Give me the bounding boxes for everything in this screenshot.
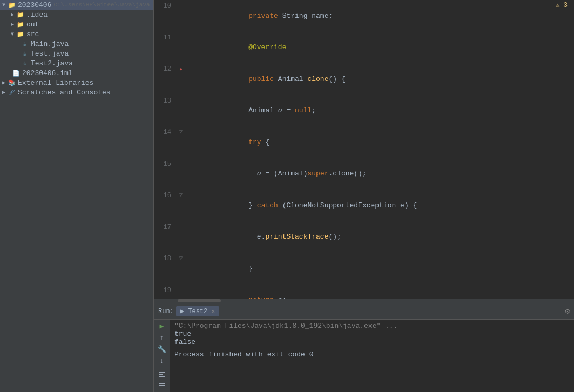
run-tab-test2[interactable]: ▶ Test2 ✕	[176, 306, 219, 316]
gutter-14: ▽	[175, 126, 186, 158]
sidebar-label-iml: 20230406.iml	[22, 69, 73, 77]
run-play-btn[interactable]: ▶	[156, 322, 168, 330]
line-num-13: 13	[154, 95, 175, 127]
code-13: Animal o = null;	[186, 95, 574, 127]
line-num-16: 16	[154, 190, 175, 221]
sidebar-label-ext-libs: External Libraries	[18, 79, 93, 87]
table-row: 14 ▽ try {	[154, 126, 574, 158]
table-row: 12 ● public Animal clone() {	[154, 63, 574, 95]
sidebar-item-test-java[interactable]: ☕ Test.java	[0, 49, 153, 58]
run-tab-icon: ▶	[180, 308, 184, 315]
table-row: 17 e.printStackTrace();	[154, 221, 574, 253]
code-18: }	[186, 253, 574, 285]
sidebar-label-idea: .idea	[26, 11, 48, 19]
sidebar-item-idea[interactable]: ▶ 📁 .idea	[0, 10, 153, 19]
ext-lib-icon: 📚	[8, 78, 16, 87]
run-output: "C:\Program Files\Java\jdk1.8.0_192\bin\…	[170, 320, 574, 392]
folder-icon-src: 📁	[16, 30, 25, 38]
run-scroll-down-btn[interactable]: ↓	[156, 357, 168, 365]
sidebar-item-scratches[interactable]: ▶ 🖊 Scratches and Consoles	[0, 87, 153, 97]
run-cmd-line: "C:\Program Files\Java\jdk1.8.0_192\bin\…	[174, 322, 570, 330]
sidebar: ▼ 📁 20230406 C:\Users\HP\Gitee\Java\java…	[0, 0, 154, 392]
line-num-14: 14	[154, 126, 175, 158]
gutter-19	[175, 285, 186, 299]
code-10: private String name;	[186, 0, 574, 32]
folder-icon-out: 📁	[16, 20, 25, 29]
run-tab-name-text: Test2	[188, 308, 207, 315]
run-exit-line: Process finished with exit code 0	[174, 350, 570, 359]
arrow-idea: ▶	[9, 11, 16, 18]
folder-icon-idea: 📁	[16, 10, 25, 19]
scrollbar-thumb-h[interactable]	[178, 299, 221, 302]
sidebar-path: C:\Users\HP\Gitee\Java\java-c	[53, 2, 154, 8]
iml-icon: 📄	[12, 69, 21, 77]
gutter-11	[175, 32, 186, 64]
code-19: return o;	[186, 285, 574, 299]
run-wrench-btn[interactable]: 🔧	[156, 345, 168, 354]
table-row: 16 ▽ } catch (CloneNotSupportedException…	[154, 190, 574, 221]
gutter-13	[175, 95, 186, 127]
run-panel: Run: ▶ Test2 ✕ ⚙ ▶ ↑ 🔧 ↓	[154, 303, 574, 392]
arrow-scratches: ▶	[0, 89, 8, 96]
sidebar-item-src[interactable]: ▼ 📁 src	[0, 29, 153, 39]
sidebar-item-iml[interactable]: 📄 20230406.iml	[0, 68, 153, 78]
line-num-12: 12	[154, 63, 175, 95]
sidebar-label-20230406: 20230406	[18, 1, 51, 9]
code-scroll[interactable]: 10 private String name; 11 @Override	[154, 0, 574, 299]
arrow-src: ▼	[9, 30, 16, 38]
run-format-btn[interactable]	[156, 370, 168, 378]
line-num-18: 18	[154, 253, 175, 285]
horizontal-scrollbar[interactable]	[154, 299, 574, 303]
sidebar-item-main-java[interactable]: ☕ Main.java	[0, 39, 153, 49]
run-left-toolbar: ▶ ↑ 🔧 ↓	[154, 320, 170, 392]
arrow-20230406: ▼	[0, 1, 8, 9]
warning-count: 3	[564, 2, 568, 9]
arrow-out: ▶	[9, 21, 16, 28]
sidebar-item-20230406[interactable]: ▼ 📁 20230406 C:\Users\HP\Gitee\Java\java…	[0, 0, 153, 10]
sidebar-label-src: src	[26, 30, 39, 38]
run-label: Run:	[158, 308, 174, 315]
svg-rect-0	[159, 372, 165, 373]
java-icon-main: ☕	[21, 39, 29, 48]
line-num-19: 19	[154, 285, 175, 299]
sidebar-item-test2-java[interactable]: ☕ Test2.java	[0, 58, 153, 68]
main-area: ▼ 📁 20230406 C:\Users\HP\Gitee\Java\java…	[0, 0, 574, 392]
folder-icon-20230406: 📁	[8, 1, 16, 9]
gutter-18: ▽	[175, 253, 186, 285]
svg-rect-1	[159, 374, 163, 375]
sidebar-item-out[interactable]: ▶ 📁 out	[0, 19, 153, 29]
run-tab-close-btn[interactable]: ✕	[211, 308, 215, 315]
run-content: ▶ ↑ 🔧 ↓	[154, 320, 574, 392]
table-row: 13 Animal o = null;	[154, 95, 574, 127]
java-icon-test: ☕	[21, 49, 29, 58]
table-row: 19 return o;	[154, 285, 574, 299]
table-row: 15 o = (Animal)super.clone();	[154, 158, 574, 190]
sidebar-item-ext-libs[interactable]: ▶ 📚 External Libraries	[0, 78, 153, 87]
scratches-icon: 🖊	[8, 88, 16, 97]
run-gear-icon[interactable]: ⚙	[565, 307, 570, 316]
line-num-15: 15	[154, 158, 175, 190]
code-12: public Animal clone() {	[186, 63, 574, 95]
sidebar-label-test-java: Test.java	[31, 50, 69, 58]
run-tabs-bar: Run: ▶ Test2 ✕ ⚙	[154, 303, 574, 320]
gutter-10	[175, 0, 186, 32]
code-14: try {	[186, 126, 574, 158]
warning-badge: ⚠ 3	[556, 1, 568, 9]
run-scroll-up-btn[interactable]: ↑	[156, 334, 168, 342]
svg-rect-3	[159, 383, 165, 384]
sidebar-label-scratches: Scratches and Consoles	[18, 89, 111, 97]
table-row: 10 private String name;	[154, 0, 574, 32]
line-num-17: 17	[154, 221, 175, 253]
arrow-ext-libs: ▶	[0, 79, 8, 86]
sidebar-label-out: out	[26, 21, 39, 29]
gutter-17	[175, 221, 186, 253]
svg-rect-2	[159, 376, 165, 377]
table-row: 18 ▽ }	[154, 253, 574, 285]
code-11: @Override	[186, 32, 574, 64]
run-format2-btn[interactable]	[156, 381, 168, 389]
java-icon-test2: ☕	[21, 59, 29, 67]
sidebar-label-main-java: Main.java	[31, 40, 69, 48]
code-15: o = (Animal)super.clone();	[186, 158, 574, 190]
run-output-true: true	[174, 330, 570, 338]
editor-area: ⚠ 3 10 private String name;	[154, 0, 574, 392]
